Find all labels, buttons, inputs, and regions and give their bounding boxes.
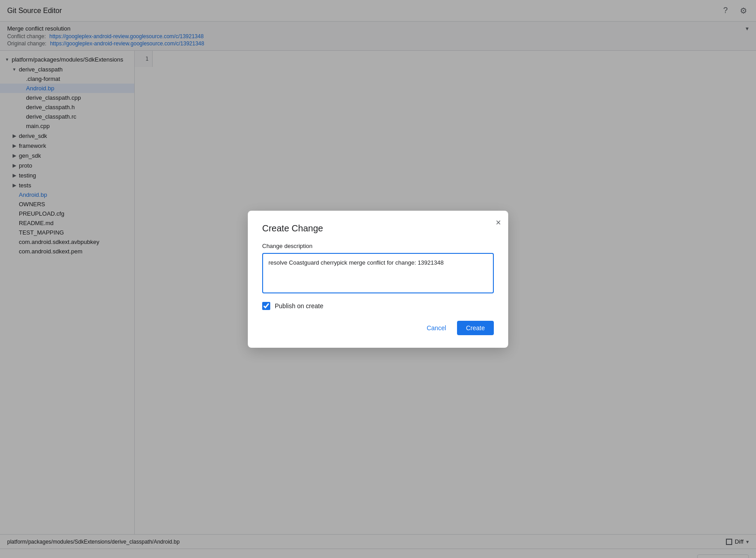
publish-label: Publish on create <box>275 302 323 310</box>
cancel-button[interactable]: Cancel <box>421 321 452 335</box>
publish-checkbox-row: Publish on create <box>262 302 494 310</box>
create-change-modal: × Create Change Change description resol… <box>248 211 508 348</box>
description-label: Change description <box>262 243 494 249</box>
create-button[interactable]: Create <box>457 321 494 335</box>
modal-overlay[interactable]: × Create Change Change description resol… <box>0 0 756 558</box>
description-textarea[interactable]: resolve Coastguard cherrypick merge conf… <box>262 253 494 293</box>
modal-actions: Cancel Create <box>262 321 494 335</box>
modal-title: Create Change <box>262 223 494 234</box>
publish-checkbox[interactable] <box>262 302 270 310</box>
modal-close-button[interactable]: × <box>496 218 501 227</box>
